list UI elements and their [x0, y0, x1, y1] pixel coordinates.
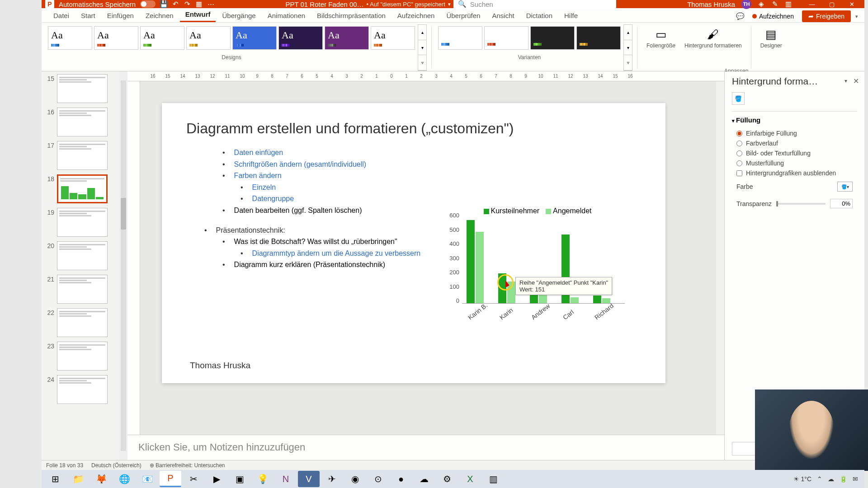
slideshow-icon[interactable]: ▦: [195, 0, 203, 8]
theme-thumb[interactable]: Aa: [325, 26, 369, 50]
bullet-item[interactable]: Datengruppe: [186, 193, 641, 205]
canvas[interactable]: Diagramm erstellen und formatieren („cus…: [140, 81, 724, 435]
outlook-icon[interactable]: 📧: [137, 471, 158, 487]
tab-start[interactable]: Start: [75, 9, 101, 22]
color-picker[interactable]: 🪣▾: [837, 182, 853, 192]
transparency-value[interactable]: [830, 199, 853, 208]
slide-thumbnail[interactable]: [57, 74, 108, 103]
slide-thumbnail[interactable]: [57, 141, 108, 170]
tab-datei[interactable]: Datei: [48, 9, 75, 22]
theme-thumb[interactable]: Aa: [94, 26, 138, 50]
fill-section-header[interactable]: Füllung: [732, 116, 857, 124]
fill-option[interactable]: Farbverlauf: [732, 138, 857, 148]
fill-option[interactable]: Bild- oder Texturfüllung: [732, 148, 857, 158]
bar[interactable]: [476, 232, 484, 303]
slide-thumbnail[interactable]: [57, 375, 108, 404]
chevron-down-icon[interactable]: ▾: [855, 14, 858, 19]
onenote-icon[interactable]: N: [275, 471, 297, 487]
vlc-icon[interactable]: ▶: [206, 471, 227, 487]
excel-icon[interactable]: X: [459, 471, 481, 487]
redo-icon[interactable]: ↷: [184, 0, 191, 8]
chart[interactable]: KursteilnehmerAngemeldet 010020030040050…: [444, 207, 625, 333]
save-icon[interactable]: 💾: [160, 0, 167, 8]
bar[interactable]: [467, 220, 475, 303]
battery-tray-icon[interactable]: 🔋: [840, 475, 847, 483]
fill-option[interactable]: Musterfüllung: [732, 158, 857, 168]
variants-scroll[interactable]: ▴▾▿: [623, 24, 632, 71]
tab-zeichnen[interactable]: Zeichnen: [140, 9, 179, 22]
app-icon-2[interactable]: 💡: [252, 471, 274, 487]
share-button[interactable]: ➦Freigeben: [802, 10, 851, 22]
variant-thumb[interactable]: [438, 26, 482, 50]
maximize-button[interactable]: ▢: [823, 0, 841, 8]
file-explorer-icon[interactable]: 📁: [67, 471, 89, 487]
pane-close-icon[interactable]: ✕: [853, 77, 859, 85]
autosave-toggle[interactable]: [140, 0, 156, 8]
chevron-down-icon[interactable]: ▾: [448, 1, 451, 7]
fill-option[interactable]: Einfarbige Füllung: [732, 128, 857, 138]
app-icon-4[interactable]: ◉: [344, 471, 366, 487]
tab-aufzeichnen[interactable]: Aufzeichnen: [392, 9, 440, 22]
slide-thumbnail[interactable]: [57, 108, 108, 136]
theme-thumb[interactable]: Aa: [186, 26, 231, 50]
more-icon[interactable]: ⋯: [207, 0, 214, 8]
variant-thumb[interactable]: [576, 26, 621, 50]
calendar-icon[interactable]: ▥: [785, 0, 792, 8]
theme-thumb[interactable]: Aa: [140, 26, 184, 50]
slide-author[interactable]: Thomas Hruska: [190, 361, 250, 371]
bar[interactable]: [571, 297, 579, 303]
app-icon-7[interactable]: ☁: [413, 471, 435, 487]
bullet-item[interactable]: Schriftgrößen ändern (gesamt/individuell…: [186, 159, 641, 170]
bullet-item[interactable]: Daten einfügen: [186, 147, 641, 159]
slide-thumbnail[interactable]: [57, 342, 108, 371]
tab-ansicht[interactable]: Ansicht: [486, 9, 519, 22]
tab-dictation[interactable]: Dictation: [521, 9, 558, 22]
notes-pane[interactable]: Klicken Sie, um Notizen hinzuzufügen: [127, 435, 724, 460]
variant-thumb[interactable]: [484, 26, 528, 50]
slide-thumbnail[interactable]: [57, 208, 108, 237]
search-box[interactable]: 🔍 Suchen: [453, 0, 616, 9]
chrome-icon[interactable]: 🌐: [113, 471, 135, 487]
close-button[interactable]: ✕: [843, 0, 861, 8]
minimize-button[interactable]: —: [803, 0, 821, 8]
slide-counter[interactable]: Folie 18 von 33: [46, 462, 83, 469]
designer-button[interactable]: ▤ Designer: [756, 24, 787, 71]
pen-icon[interactable]: ✎: [771, 0, 778, 8]
pane-collapse-icon[interactable]: ▾: [844, 78, 847, 84]
telegram-icon[interactable]: ✈: [321, 471, 343, 487]
hide-bg-graphics-checkbox[interactable]: Hintergrundgrafiken ausblenden: [732, 168, 857, 178]
tab-animationen[interactable]: Animationen: [262, 9, 311, 22]
theme-thumb[interactable]: Aa: [232, 26, 277, 50]
app-icon-1[interactable]: ▣: [229, 471, 250, 487]
slide-thumbnail[interactable]: [57, 308, 108, 337]
app-icon-8[interactable]: ▥: [482, 471, 504, 487]
weather-widget[interactable]: ☀ 1°C: [793, 475, 811, 483]
mail-tray-icon[interactable]: ✉: [853, 475, 858, 483]
bar[interactable]: [593, 296, 601, 303]
firefox-icon[interactable]: 🦊: [90, 471, 112, 487]
app-icon-5[interactable]: ⊙: [367, 471, 389, 487]
fill-tab-icon[interactable]: 🪣: [732, 92, 745, 105]
variant-thumb[interactable]: [530, 26, 575, 50]
onedrive-tray-icon[interactable]: ☁: [828, 475, 834, 483]
user-avatar[interactable]: TH: [741, 0, 751, 9]
comments-icon[interactable]: 💬: [737, 13, 744, 20]
slide-size-button[interactable]: ▭ Foliengröße: [642, 24, 680, 71]
gallery-scroll[interactable]: ▴▾▿: [418, 24, 427, 71]
accessibility-check[interactable]: ⊕ Barrierefreiheit: Untersuchen: [150, 462, 225, 469]
diamond-icon[interactable]: ◈: [758, 0, 765, 8]
settings-icon[interactable]: ⚙: [436, 471, 458, 487]
start-button[interactable]: ⊞: [44, 471, 66, 487]
editor-scrollbar[interactable]: [716, 81, 724, 435]
tab-hilfe[interactable]: Hilfe: [559, 9, 583, 22]
slide-thumbnail[interactable]: [57, 241, 108, 270]
tab-übergänge[interactable]: Übergänge: [217, 9, 261, 22]
tab-bildschirmpräsentation[interactable]: Bildschirmpräsentation: [311, 9, 391, 22]
tray-expand-icon[interactable]: ⌃: [817, 475, 822, 483]
powerpoint-icon[interactable]: P: [160, 471, 181, 487]
bullet-item[interactable]: Farben ändern: [186, 170, 641, 182]
undo-icon[interactable]: ↶: [172, 0, 179, 8]
theme-thumb[interactable]: Aa: [48, 26, 92, 50]
theme-thumb[interactable]: Aa: [278, 26, 323, 50]
slide-thumbnail[interactable]: [57, 275, 108, 304]
